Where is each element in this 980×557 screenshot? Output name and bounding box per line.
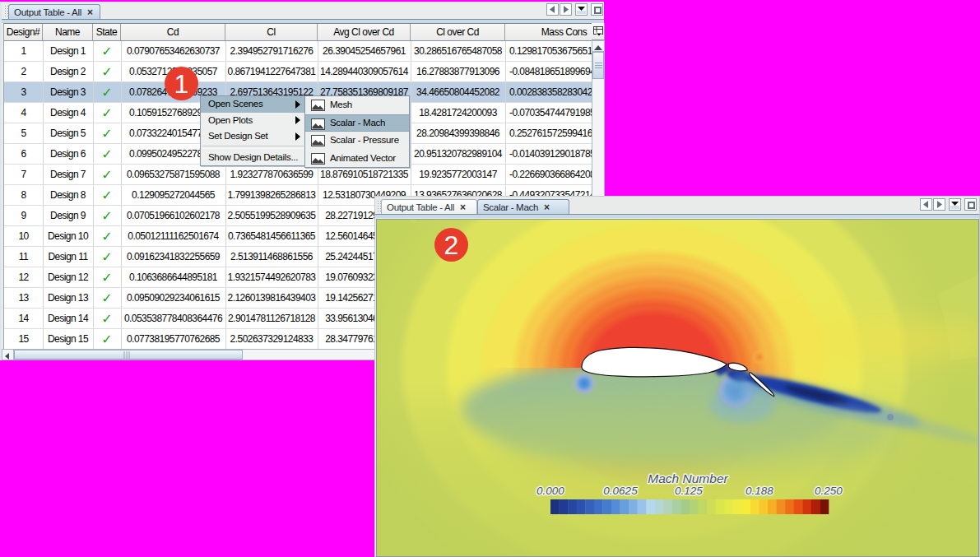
svg-text:Mach Number: Mach Number bbox=[648, 471, 728, 485]
svg-text:0.0625: 0.0625 bbox=[603, 485, 638, 497]
svg-text:0.250: 0.250 bbox=[815, 485, 843, 497]
svg-text:0.125: 0.125 bbox=[675, 485, 703, 497]
svg-text:0.188: 0.188 bbox=[745, 485, 773, 497]
svg-text:0.000: 0.000 bbox=[536, 485, 564, 497]
